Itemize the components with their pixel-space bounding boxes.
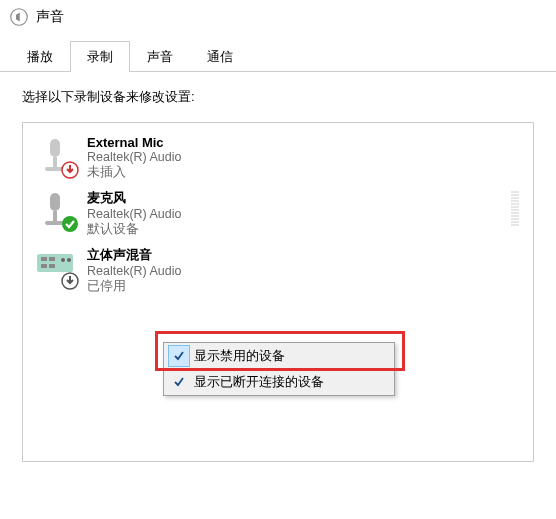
svg-rect-2 (53, 157, 57, 167)
soundcard-icon (35, 246, 75, 288)
device-external-mic[interactable]: External Mic Realtek(R) Audio 未插入 (27, 131, 529, 185)
device-text: External Mic Realtek(R) Audio 未插入 (87, 135, 182, 181)
svg-rect-9 (37, 254, 73, 272)
context-menu: 显示禁用的设备 显示已断开连接的设备 (163, 342, 395, 396)
svg-rect-1 (50, 139, 60, 157)
unplugged-badge-icon (61, 161, 79, 179)
svg-point-8 (62, 216, 78, 232)
sound-icon (10, 8, 28, 26)
svg-rect-13 (49, 264, 55, 268)
tab-strip: 播放 录制 声音 通信 (0, 40, 556, 72)
svg-rect-11 (49, 257, 55, 261)
svg-point-14 (61, 258, 65, 262)
device-stereo-mix[interactable]: 立体声混音 Realtek(R) Audio 已停用 (27, 242, 529, 299)
tab-communications[interactable]: 通信 (190, 41, 250, 72)
tab-sounds[interactable]: 声音 (130, 41, 190, 72)
checkmark-icon (168, 345, 190, 367)
tab-playback[interactable]: 播放 (10, 41, 70, 72)
svg-rect-10 (41, 257, 47, 261)
svg-rect-5 (50, 193, 60, 211)
svg-rect-12 (41, 264, 47, 268)
device-microphone[interactable]: 麦克风 Realtek(R) Audio 默认设备 (27, 185, 529, 242)
default-badge-icon (61, 215, 79, 233)
device-list[interactable]: External Mic Realtek(R) Audio 未插入 (22, 122, 534, 462)
device-text: 立体声混音 Realtek(R) Audio 已停用 (87, 246, 182, 295)
menu-show-disabled[interactable]: 显示禁用的设备 (164, 343, 394, 369)
svg-rect-6 (53, 211, 57, 221)
titlebar: 声音 (0, 0, 556, 36)
mic-icon (35, 189, 75, 231)
content-pane: 选择以下录制设备来修改设置: External Mic Realtek( (0, 72, 556, 478)
svg-point-15 (67, 258, 71, 262)
window-title: 声音 (36, 8, 64, 26)
instruction-text: 选择以下录制设备来修改设置: (22, 88, 534, 106)
disabled-badge-icon (61, 272, 79, 290)
mic-icon (35, 135, 75, 177)
device-text: 麦克风 Realtek(R) Audio 默认设备 (87, 189, 182, 238)
menu-show-disconnected[interactable]: 显示已断开连接的设备 (164, 369, 394, 395)
level-meter (511, 189, 521, 226)
checkmark-icon (168, 371, 190, 393)
tab-recording[interactable]: 录制 (70, 41, 130, 72)
